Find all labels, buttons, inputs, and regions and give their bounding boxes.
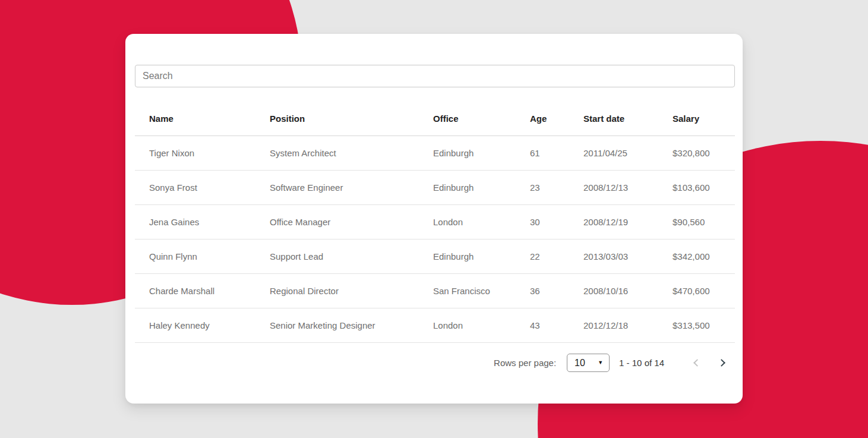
cell-office: London [419, 204, 516, 239]
cell-name: Haley Kennedy [135, 308, 255, 342]
column-header-start-date[interactable]: Start date [569, 102, 658, 136]
data-table-card: Name Position Office Age Start date Sala… [125, 34, 743, 404]
chevron-left-icon [693, 359, 701, 367]
cell-start-date: 2012/12/18 [569, 308, 658, 342]
cell-office: Edinburgh [419, 170, 516, 204]
chevron-right-icon [718, 359, 725, 367]
column-header-age[interactable]: Age [516, 102, 569, 136]
header-row: Name Position Office Age Start date Sala… [135, 102, 735, 136]
rows-per-page-select[interactable]: 10 ▼ [567, 354, 610, 372]
cell-office: San Francisco [419, 273, 516, 308]
page-background: { "theme": { "accent_red": "#dc143c", "b… [0, 0, 868, 438]
table-header: Name Position Office Age Start date Sala… [135, 102, 735, 136]
column-header-office[interactable]: Office [419, 102, 516, 136]
pagination-bar: Rows per page: 10 ▼ 1 - 10 of 14 [135, 343, 735, 376]
cell-age: 23 [516, 170, 569, 204]
column-header-name[interactable]: Name [135, 102, 255, 136]
cell-start-date: 2011/04/25 [569, 136, 658, 170]
cell-office: London [419, 308, 516, 342]
cell-position: Support Lead [255, 239, 419, 273]
cell-position: System Architect [255, 136, 419, 170]
cell-age: 30 [516, 204, 569, 239]
cell-salary: $90,560 [658, 204, 735, 239]
cell-start-date: 2008/10/16 [569, 273, 658, 308]
cell-salary: $342,000 [658, 239, 735, 273]
cell-age: 36 [516, 273, 569, 308]
cell-position: Senior Marketing Designer [255, 308, 419, 342]
cell-name: Jena Gaines [135, 204, 255, 239]
cell-position: Regional Director [255, 273, 419, 308]
cell-age: 61 [516, 136, 569, 170]
page-range-label: 1 - 10 of 14 [619, 358, 664, 368]
column-header-salary[interactable]: Salary [658, 102, 735, 136]
search-input[interactable] [135, 65, 735, 87]
cell-name: Tiger Nixon [135, 136, 255, 170]
rows-per-page-label: Rows per page: [494, 358, 556, 368]
table-row: Tiger NixonSystem ArchitectEdinburgh6120… [135, 136, 735, 170]
cell-salary: $103,600 [658, 170, 735, 204]
cell-office: Edinburgh [419, 136, 516, 170]
cell-salary: $320,800 [658, 136, 735, 170]
cell-name: Charde Marshall [135, 273, 255, 308]
prev-page-button[interactable] [688, 355, 703, 371]
cell-salary: $313,500 [658, 308, 735, 342]
cell-salary: $470,600 [658, 273, 735, 308]
column-header-position[interactable]: Position [255, 102, 419, 136]
cell-office: Edinburgh [419, 239, 516, 273]
table-row: Sonya FrostSoftware EngineerEdinburgh232… [135, 170, 735, 204]
cell-position: Office Manager [255, 204, 419, 239]
next-page-button[interactable] [715, 355, 730, 371]
rows-per-page-value: 10 [575, 358, 585, 368]
cell-start-date: 2008/12/13 [569, 170, 658, 204]
employee-table: Name Position Office Age Start date Sala… [135, 102, 735, 343]
table-body: Tiger NixonSystem ArchitectEdinburgh6120… [135, 136, 735, 342]
caret-down-icon: ▼ [598, 360, 603, 365]
cell-name: Quinn Flynn [135, 239, 255, 273]
cell-position: Software Engineer [255, 170, 419, 204]
cell-age: 22 [516, 239, 569, 273]
table-row: Haley KennedySenior Marketing DesignerLo… [135, 308, 735, 342]
table-row: Charde MarshallRegional DirectorSan Fran… [135, 273, 735, 308]
table-row: Jena GainesOffice ManagerLondon302008/12… [135, 204, 735, 239]
cell-name: Sonya Frost [135, 170, 255, 204]
cell-start-date: 2013/03/03 [569, 239, 658, 273]
cell-age: 43 [516, 308, 569, 342]
cell-start-date: 2008/12/19 [569, 204, 658, 239]
table-row: Quinn FlynnSupport LeadEdinburgh222013/0… [135, 239, 735, 273]
